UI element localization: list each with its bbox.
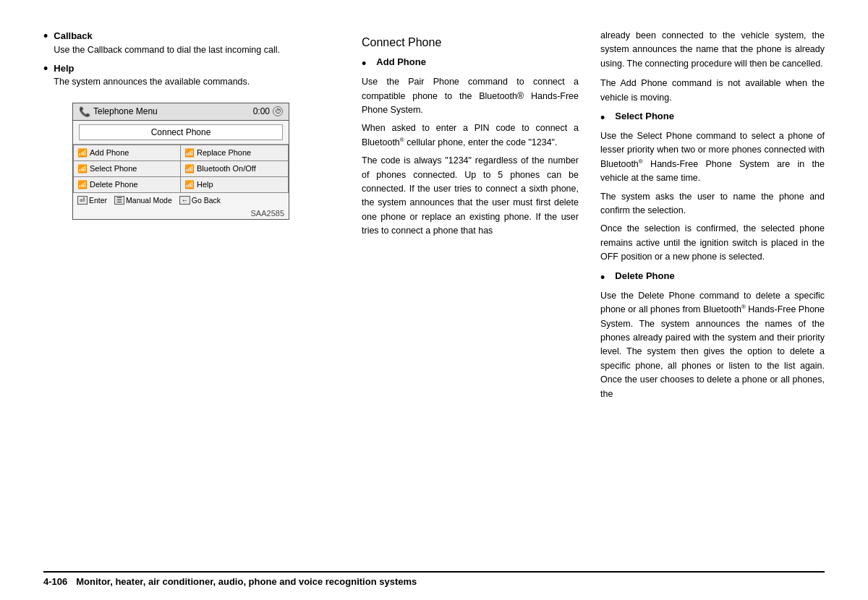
footer-description: Monitor, heater, air conditioner, audio,…	[76, 576, 417, 587]
help-title: Help	[54, 61, 250, 76]
btn-help-icon: 📶	[184, 180, 195, 189]
phone-menu-header-left: 📞 Telephone Menu	[79, 106, 158, 117]
btn-select-phone-icon: 📶	[77, 164, 88, 173]
phone-menu-time: 0:00	[253, 106, 270, 116]
delete-phone-bullet: • Delete Phone Use the Delete Phone comm…	[600, 270, 825, 401]
page-footer: 4-106 Monitor, heater, air conditioner, …	[43, 571, 825, 587]
btn-help[interactable]: 📶 Help	[181, 177, 289, 193]
delete-phone-dot: •	[600, 269, 605, 287]
help-desc: The system announces the available comma…	[54, 75, 250, 89]
add-phone-body2: When asked to enter a PIN code to connec…	[362, 121, 579, 150]
bullet-section-callback: • Callback Use the Callback command to d…	[43, 29, 333, 90]
right-para2: The Add Phone command is not available w…	[600, 77, 825, 105]
delete-phone-header: • Delete Phone	[600, 270, 825, 287]
select-phone-bullet: • Select Phone Use the Select Phone comm…	[600, 111, 825, 265]
btn-select-phone[interactable]: 📶 Select Phone	[73, 161, 181, 177]
select-phone-body2: The system asks the user to name the pho…	[600, 190, 825, 218]
manual-mode-icon: ☰	[114, 196, 124, 205]
delete-phone-title: Delete Phone	[615, 270, 674, 281]
phone-menu-header: 📞 Telephone Menu 0:00 ⏱	[73, 103, 289, 121]
delete-phone-body: Use the Delete Phone command to delete a…	[600, 289, 825, 401]
manual-mode-label: Manual Mode	[126, 196, 172, 205]
connect-phone-display: Connect Phone	[79, 124, 283, 140]
page-number: 4-106	[43, 576, 67, 587]
phone-menu-time-area: 0:00 ⏱	[253, 106, 283, 116]
phone-header-icon: 📞	[79, 106, 90, 117]
add-phone-body1: Use the Pair Phone command to connect a …	[362, 75, 579, 117]
footer-go-back: ← Go Back	[179, 196, 221, 205]
select-phone-body3: Once the selection is confirmed, the sel…	[600, 222, 825, 264]
right-column: already been connected to the vehicle sy…	[593, 29, 825, 549]
right-para1: already been connected to the vehicle sy…	[600, 29, 825, 71]
btn-bluetooth-onoff[interactable]: 📶 Bluetooth On/Off	[181, 161, 289, 177]
content-area: • Callback Use the Callback command to d…	[43, 29, 825, 549]
middle-column: Connect Phone • Add Phone Use the Pair P…	[347, 29, 593, 549]
connect-phone-label: Connect Phone	[151, 127, 211, 137]
add-phone-body3: The code is always "1234" regardless of …	[362, 154, 579, 238]
bullet-content-help: Help The system announces the available …	[54, 61, 250, 90]
enter-icon: ⏎	[77, 196, 88, 205]
go-back-label: Go Back	[192, 196, 221, 205]
bullet-content-callback: Callback Use the Callback command to dia…	[54, 29, 280, 57]
callback-title: Callback	[54, 29, 280, 43]
bullet-dot: •	[43, 27, 48, 46]
btn-add-phone[interactable]: 📶 Add Phone	[73, 145, 181, 161]
select-phone-body1: Use the Select Phone command to select a…	[600, 129, 825, 186]
phone-menu-title: Telephone Menu	[93, 106, 158, 116]
bullet-item-callback: • Callback Use the Callback command to d…	[43, 29, 333, 57]
footer-enter: ⏎ Enter	[77, 196, 107, 205]
phone-buttons-grid: 📶 Add Phone 📶 Replace Phone 📶 Select Pho…	[73, 145, 289, 193]
saa-code: SAA2585	[73, 207, 289, 219]
phone-menu-time-icon: ⏱	[273, 106, 283, 116]
left-column: • Callback Use the Callback command to d…	[43, 29, 347, 549]
footer-manual-mode: ☰ Manual Mode	[114, 196, 172, 205]
btn-bluetooth-icon: 📶	[184, 164, 195, 173]
btn-select-phone-label: Select Phone	[90, 164, 137, 173]
btn-delete-phone-label: Delete Phone	[90, 180, 138, 189]
select-phone-header: • Select Phone	[600, 111, 825, 127]
btn-add-phone-icon: 📶	[77, 148, 88, 158]
btn-help-label: Help	[197, 180, 213, 189]
btn-replace-phone-label: Replace Phone	[197, 148, 251, 157]
callback-desc: Use the Callback command to dial the las…	[54, 43, 280, 57]
btn-add-phone-label: Add Phone	[90, 148, 129, 157]
phone-menu-box: 📞 Telephone Menu 0:00 ⏱ Connect Phone	[72, 103, 289, 220]
btn-delete-phone-icon: 📶	[77, 180, 88, 189]
page: • Callback Use the Callback command to d…	[0, 0, 868, 600]
bullet-item-help: • Help The system announces the availabl…	[43, 61, 333, 90]
enter-label: Enter	[89, 196, 107, 205]
add-phone-title: Add Phone	[376, 56, 426, 67]
btn-replace-phone[interactable]: 📶 Replace Phone	[181, 145, 289, 161]
bullet-dot-help: •	[43, 60, 48, 78]
go-back-icon: ←	[179, 196, 190, 205]
add-phone-bullet: • Add Phone Use the Pair Phone command t…	[362, 56, 579, 238]
btn-delete-phone[interactable]: 📶 Delete Phone	[73, 177, 181, 193]
select-phone-dot: •	[600, 109, 605, 127]
add-phone-dot: •	[362, 55, 366, 73]
select-phone-title: Select Phone	[615, 111, 674, 121]
phone-menu-footer: ⏎ Enter ☰ Manual Mode ← Go Back	[73, 193, 289, 207]
add-phone-header: • Add Phone	[362, 56, 579, 73]
btn-bluetooth-label: Bluetooth On/Off	[197, 164, 256, 173]
connect-phone-section-title: Connect Phone	[362, 36, 579, 49]
connect-phone-row: Connect Phone	[73, 121, 289, 145]
btn-replace-phone-icon: 📶	[184, 148, 195, 158]
